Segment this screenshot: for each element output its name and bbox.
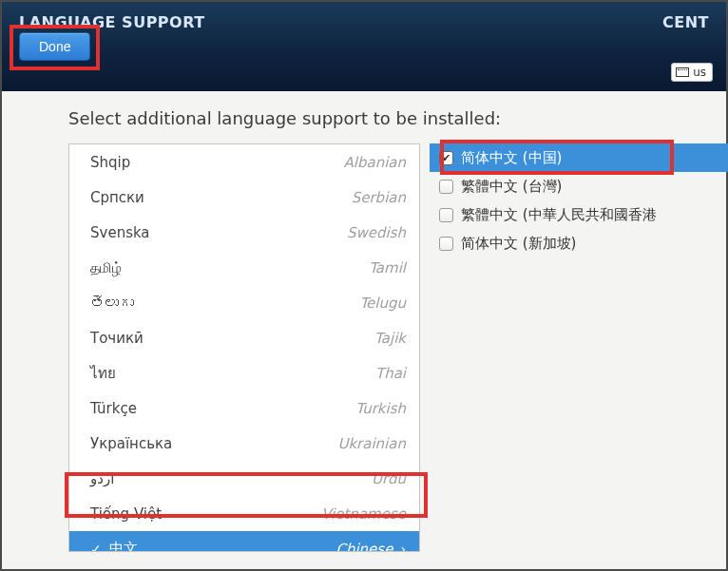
language-native-label: Türkçe xyxy=(90,400,355,417)
language-native-label: ไทย xyxy=(90,362,375,385)
language-english-label: Chinese xyxy=(335,541,393,553)
variant-label: 简体中文 (中国) xyxy=(461,149,562,167)
chevron-right-icon: › xyxy=(400,542,406,553)
prompt-text: Select additional language support to be… xyxy=(68,108,726,128)
language-native-label: Svenska xyxy=(90,224,347,241)
language-english-label: Turkish xyxy=(355,400,406,417)
header: LANGUAGE SUPPORT CENT Done us xyxy=(2,2,726,91)
variant-label: 繁體中文 (台灣) xyxy=(461,178,562,196)
language-native-label: தமிழ் xyxy=(90,259,369,276)
language-item[interactable]: اردوUrdu xyxy=(69,461,419,496)
language-item[interactable]: TürkçeTurkish xyxy=(69,390,419,426)
language-native-label: Українська xyxy=(90,435,337,452)
language-item[interactable]: СрпскиSerbian xyxy=(69,180,419,215)
language-native-label: اردو xyxy=(90,470,372,487)
language-english-label: Telugu xyxy=(359,295,406,312)
header-right-text: CENT xyxy=(662,13,709,31)
language-item[interactable]: УкраїнськаUkrainian xyxy=(69,426,419,461)
language-native-label: తెలుగు xyxy=(90,295,359,312)
language-english-label: Thai xyxy=(375,365,406,382)
language-native-label: Точикӣ xyxy=(90,330,374,347)
language-english-label: Ukrainian xyxy=(337,435,406,452)
variant-checkbox[interactable] xyxy=(439,237,453,251)
variant-item[interactable]: 简体中文 (新加坡) xyxy=(430,229,728,257)
language-item[interactable]: తెలుగుTelugu xyxy=(69,285,419,320)
variant-checkbox[interactable]: ✔ xyxy=(439,151,453,165)
language-english-label: Serbian xyxy=(352,189,406,206)
language-english-label: Albanian xyxy=(343,154,406,171)
language-item[interactable]: SvenskaSwedish xyxy=(69,215,419,250)
variant-item[interactable]: 繁體中文 (中華人民共和國香港 xyxy=(430,200,728,229)
variant-checkbox[interactable] xyxy=(439,208,453,222)
language-english-label: Tajik xyxy=(374,330,406,347)
language-item[interactable]: ✓中文Chinese› xyxy=(69,531,419,552)
language-item[interactable]: தமிழ்Tamil xyxy=(69,250,419,285)
language-native-label: Shqip xyxy=(90,154,343,171)
keyboard-indicator[interactable]: us xyxy=(671,63,713,82)
language-list[interactable]: ShqipAlbanianСрпскиSerbianSvenskaSwedish… xyxy=(68,143,420,552)
language-english-label: Swedish xyxy=(347,224,406,241)
variant-label: 繁體中文 (中華人民共和國香港 xyxy=(461,206,657,224)
language-item[interactable]: ТочикӣTajik xyxy=(69,320,419,355)
done-button-highlight: Done xyxy=(10,25,100,70)
language-item[interactable]: ShqipAlbanian xyxy=(69,144,419,180)
keyboard-icon xyxy=(676,67,689,77)
language-native-label: Српски xyxy=(90,189,352,206)
language-english-label: Urdu xyxy=(372,470,406,487)
language-item[interactable]: ไทยThai xyxy=(69,355,419,390)
language-item[interactable]: Tiếng ViệtVietnamese xyxy=(69,496,419,531)
variant-label: 简体中文 (新加坡) xyxy=(461,235,576,253)
checkmark-icon: ✓ xyxy=(90,542,102,553)
language-native-label: Tiếng Việt xyxy=(90,505,321,523)
content-area: Select additional language support to be… xyxy=(2,91,726,569)
language-native-label: 中文 xyxy=(109,540,336,552)
language-english-label: Vietnamese xyxy=(321,505,406,523)
variant-checkbox[interactable] xyxy=(439,180,453,194)
done-button[interactable]: Done xyxy=(19,32,90,61)
variant-item[interactable]: ✔简体中文 (中国) xyxy=(430,143,728,172)
variant-list[interactable]: ✔简体中文 (中国)繁體中文 (台灣)繁體中文 (中華人民共和國香港简体中文 (… xyxy=(430,143,728,552)
variant-item[interactable]: 繁體中文 (台灣) xyxy=(430,172,728,200)
keyboard-label: us xyxy=(693,66,706,79)
language-english-label: Tamil xyxy=(369,259,406,276)
